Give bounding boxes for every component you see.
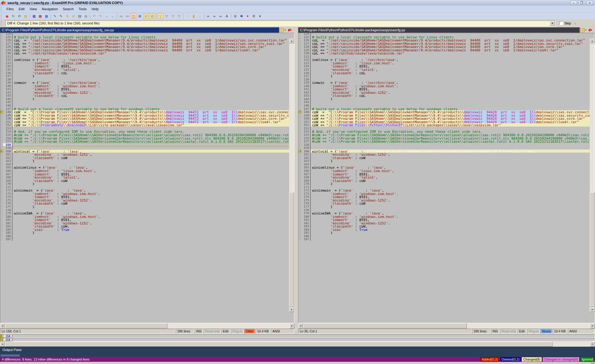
find-prev-icon[interactable]: ∞ [218, 13, 223, 19]
marker-column [0, 35, 3, 39]
scroll-right-icon[interactable]: ► [289, 323, 294, 328]
recompare-icon[interactable]: ↻ [11, 13, 16, 19]
left-vertical-scrollbar[interactable]: ▲ ▼ [289, 39, 294, 312]
current-change-icon[interactable]: ▮ [191, 13, 196, 19]
inspector-scrollbar[interactable]: ◄ ► [0, 342, 595, 347]
prev-change-icon[interactable]: ↑ [185, 13, 190, 19]
menu-item-navigation[interactable]: Navigation [39, 6, 60, 12]
show-line-numbers-icon[interactable]: ☑ [149, 13, 155, 19]
scroll-right-icon[interactable]: ► [590, 342, 595, 347]
right-horizontal-scrollbar[interactable]: ◄ ► [298, 323, 595, 328]
left-file-path[interactable]: C:\Program Files\Python\Python37\Lib\sit… [0, 27, 279, 33]
scroll-left-icon[interactable]: ◄ [298, 323, 303, 328]
scroll-up-icon[interactable]: ▲ [590, 39, 595, 43]
save-all-icon[interactable]: ▦ [44, 13, 49, 19]
redo-icon[interactable]: ↷ [98, 13, 103, 19]
next-change-icon[interactable]: ↓ [197, 13, 203, 19]
edit-second-file-icon[interactable]: ✎ [58, 13, 64, 19]
left-editor[interactable]: 124125# build out a local classpath vari… [0, 33, 294, 323]
left-vscroll-thumb[interactable] [289, 192, 294, 307]
right-file-path[interactable]: C:\Program Files\Python\Python37\Lib\sit… [298, 27, 580, 33]
right-hscroll-thumb[interactable] [303, 323, 467, 328]
scroll-right-icon[interactable]: ► [590, 323, 595, 328]
show-second-pane-icon[interactable]: ▭ [125, 13, 130, 19]
menu-item-help[interactable]: Help [89, 6, 101, 12]
resize-grip[interactable]: ▚▚ [591, 362, 594, 364]
marker-column [0, 188, 3, 192]
diffbar-overflow-icon[interactable]: ⌄ [574, 22, 576, 25]
show-all-lines-filter-icon[interactable]: ▽ [158, 13, 163, 19]
toolbar-overflow-icon[interactable]: ▾ [257, 13, 263, 19]
right-vertical-scrollbar[interactable]: ▲ ▼ [590, 39, 595, 312]
print-icon[interactable]: ▤ [77, 13, 82, 19]
right-editor[interactable]: 124125# build out a local classpath vari… [298, 33, 595, 323]
split-view-icon[interactable]: ◫ [131, 13, 136, 19]
menu-item-view[interactable]: View [27, 6, 39, 12]
show-first-pane-icon[interactable]: ▭ [118, 13, 124, 19]
code-text: cpW += ";C:\\Program Files\\SASHome\\SAS… [311, 120, 590, 124]
prev-difference-icon[interactable]: ← [110, 13, 116, 19]
left-hscroll-thumb[interactable] [5, 323, 167, 328]
right-file-dropdown-icon[interactable]: ▾ [585, 29, 586, 31]
marker-column [298, 117, 301, 120]
menu-item-search[interactable]: Search [60, 6, 76, 12]
code-line: 157#cpW += ";C:\\Program Files\\SASHome\… [298, 140, 590, 143]
skip-checkbox[interactable] [559, 21, 563, 25]
diffbar-grip[interactable] [1, 20, 3, 26]
marker-column [298, 179, 301, 182]
clear-filter-icon[interactable]: ▽ [176, 13, 182, 19]
copy-to-second-icon[interactable]: ⇅ [64, 13, 70, 19]
print-preview-icon[interactable]: ◎ [83, 13, 89, 19]
scroll-down-icon[interactable]: ▼ [590, 307, 595, 312]
line-number: 165 [301, 166, 311, 169]
match-case-icon[interactable]: A [224, 13, 230, 19]
menu-item-files[interactable]: Files [4, 6, 16, 12]
menu-item-edit[interactable]: Edit [16, 6, 27, 12]
code-text: cpL += ":/opt/sasinside/SASHome/SASDeplo… [311, 45, 590, 48]
grid-view-icon[interactable]: ⊞ [137, 13, 143, 19]
sync-scroll-icon[interactable]: ☑ [143, 13, 149, 19]
scroll-left-icon[interactable]: ◄ [0, 323, 5, 328]
find-icon[interactable]: ∞ [205, 13, 211, 19]
diff-combo-dropdown-icon[interactable]: ▼ [550, 21, 555, 26]
edit-flag: Edit [221, 329, 231, 334]
pane-splitter[interactable] [294, 27, 298, 334]
open-files-icon[interactable]: ▤ [23, 13, 29, 19]
inspector-scroll-thumb[interactable] [5, 342, 553, 347]
current-diff-combo[interactable]: Diff 4: Change 1 line (160, first file) … [5, 20, 556, 26]
output-pane-tab[interactable] [1, 354, 20, 357]
left-file-menu-icon[interactable]: ≡ [280, 28, 284, 32]
plugins-icon[interactable]: ✱ [239, 13, 244, 19]
undo-icon[interactable]: ↶ [91, 13, 97, 19]
toolbar-grip[interactable] [1, 14, 3, 18]
left-horizontal-scrollbar[interactable]: ◄ ► [0, 323, 294, 328]
output-pane-title: Output Pane [0, 347, 595, 352]
columns-menu-icon[interactable]: ≣ [232, 13, 238, 19]
scroll-left-icon[interactable]: ◄ [0, 342, 5, 347]
recompare-swapped-icon[interactable]: ⟳ [17, 13, 22, 19]
close-button[interactable]: × [586, 1, 593, 5]
menu-item-tools[interactable]: Tools [76, 6, 89, 12]
menu-grip[interactable] [1, 6, 3, 11]
next-difference-icon[interactable]: → [104, 13, 109, 19]
show-diffs-only-filter-icon[interactable]: ▽ [164, 13, 170, 19]
save-second-file-icon[interactable]: ▦ [37, 13, 43, 19]
edit-first-file-icon[interactable]: ✎ [52, 13, 58, 19]
code-text: 'iomport' : 8591, [12, 195, 289, 198]
code-line: 173 'iomhost' : 'windows.iom.host', [0, 192, 289, 195]
left-file-dropdown-icon[interactable]: ▾ [284, 29, 286, 31]
scroll-down-icon[interactable]: ▼ [289, 307, 294, 312]
save-first-file-icon[interactable]: ▦ [31, 13, 37, 19]
find-next-icon[interactable]: ∞ [212, 13, 217, 19]
minimize-button[interactable]: – [570, 1, 577, 5]
right-vscroll-thumb[interactable] [590, 192, 595, 307]
maximize-button[interactable]: ❐ [578, 1, 585, 5]
show-identical-filter-icon[interactable]: ▽ [170, 13, 176, 19]
right-file-menu-icon[interactable]: ≡ [580, 28, 584, 32]
compare-files-icon[interactable]: ◉ [4, 13, 10, 19]
line-number: 183 [301, 224, 311, 228]
scroll-up-icon[interactable]: ▲ [289, 39, 294, 43]
compare-options-icon[interactable]: ✦ [245, 13, 250, 19]
swap-panes-icon[interactable]: ⇄ [71, 13, 76, 19]
options-gear-icon[interactable]: ⚙ [251, 13, 257, 19]
